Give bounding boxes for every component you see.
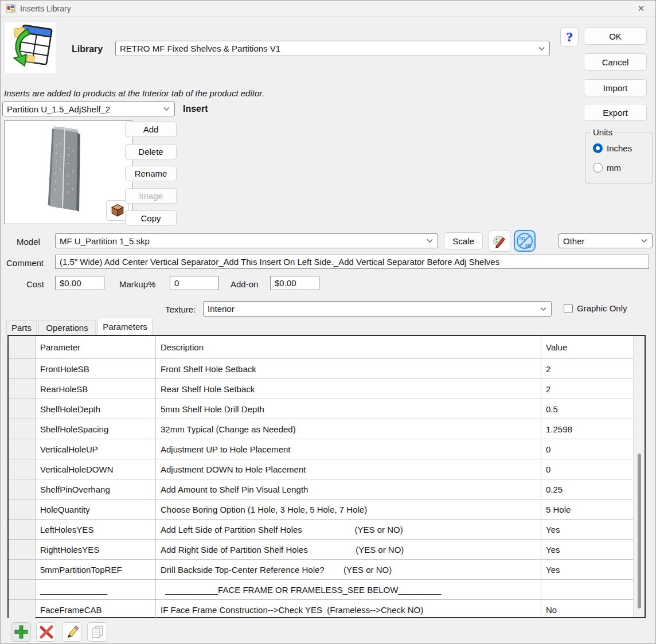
plus-icon	[14, 625, 29, 639]
table-row[interactable]: FaceFrameCAB IF Face Frame Construction-…	[9, 599, 645, 619]
help-button[interactable]: ?	[560, 28, 579, 46]
tab-parameters[interactable]: Parameters	[97, 318, 153, 335]
model-category-value: Other	[563, 236, 585, 246]
svg-text:2D: 2D	[519, 236, 526, 241]
model-select-value: MF U_Partition 1_5.skp	[60, 236, 150, 246]
addon-input-value: $0.00	[275, 278, 296, 288]
table-row[interactable]: RightHolesYES Add Right Side of Partitio…	[9, 539, 645, 559]
parameter-header: Parameter	[35, 336, 155, 358]
insert-preview	[4, 120, 132, 224]
radio-unselected-icon	[593, 163, 603, 173]
units-groupbox: Units Inches mm	[585, 132, 653, 184]
chevron-down-icon	[540, 307, 546, 311]
copy-insert-button[interactable]: Copy	[125, 210, 177, 226]
ok-button[interactable]: OK	[584, 28, 647, 45]
addon-input[interactable]: $0.00	[270, 276, 319, 290]
graphic-only-label: Graphic Only	[577, 303, 627, 313]
texture-select[interactable]: Interior	[203, 301, 552, 317]
cost-input-value: $0.00	[60, 278, 81, 288]
graphic-only-checkbox[interactable]: Graphic Only	[564, 303, 627, 313]
texture-select-value: Interior	[208, 304, 235, 314]
table-row[interactable]: RearHoleSB Rear Shelf Hole Setback 2	[9, 378, 645, 399]
table-row[interactable]: ______________ ___________FACE FRAME OR …	[9, 579, 645, 599]
image-insert-button: Image	[125, 188, 177, 204]
insert-select-value: Partition U_1.5_AdjShelf_2	[7, 104, 110, 114]
table-row[interactable]: HoleQuantity Choose Boring Option (1 Hol…	[9, 499, 645, 519]
units-mm-label: mm	[607, 163, 621, 173]
table-row[interactable]: ShelfPinOverhang Add Amount to Shelf Pin…	[9, 479, 645, 499]
insert-select[interactable]: Partition U_1.5_AdjShelf_2	[2, 102, 175, 116]
units-inches-label: Inches	[607, 143, 632, 153]
add-insert-button[interactable]: Add	[125, 122, 177, 137]
table-scrollbar[interactable]	[633, 336, 645, 617]
cost-input[interactable]: $0.00	[55, 276, 104, 290]
table-row[interactable]: FrontHoleSB Front Shelf Hole Setback 2	[9, 358, 645, 378]
tab-operations-label: Operations	[46, 323, 88, 333]
library-select[interactable]: RETRO MF Fixed Shelves & Partitions V1	[115, 41, 550, 56]
scrollbar-thumb[interactable]	[638, 454, 641, 608]
units-radio-mm[interactable]: mm	[593, 163, 621, 173]
add-parameter-button[interactable]	[11, 622, 31, 642]
description-header: Description	[155, 336, 541, 358]
model-select[interactable]: MF U_Partition 1_5.skp	[55, 233, 438, 248]
tab-parts[interactable]: Parts	[6, 320, 37, 335]
comment-input-value: (1.5" Wide) Add Center Vertical Separato…	[60, 257, 499, 267]
rename-insert-button[interactable]: Rename	[125, 166, 177, 181]
inserts-library-icon	[5, 22, 56, 73]
library-select-value: RETRO MF Fixed Shelves & Partitions V1	[120, 44, 280, 53]
table-row[interactable]: VerticalHoleUP Adjustment UP to Hole Pla…	[9, 439, 645, 459]
row-selector-header	[9, 336, 35, 358]
tab-operations[interactable]: Operations	[38, 320, 96, 335]
table-row[interactable]: ShelfHoleSpacing 32mm Typical (Change as…	[9, 419, 645, 439]
table-row[interactable]: 5mmPartitionTopREF Drill Backside Top-Ce…	[9, 559, 645, 579]
model-label: Model	[17, 237, 40, 247]
window-form-icon	[6, 3, 15, 13]
cancel-button[interactable]: Cancel	[584, 53, 647, 71]
table-row[interactable]: VerticalHoleDOWN Adjustment DOWN to Hole…	[9, 459, 645, 479]
red-x-icon	[39, 625, 54, 639]
close-button[interactable]: ✕	[631, 1, 651, 17]
tab-parameters-label: Parameters	[103, 322, 147, 331]
texture-paint-button[interactable]	[489, 230, 510, 252]
chevron-down-icon	[641, 239, 647, 243]
toggle-2d-3d-button[interactable]: 2D 3D	[514, 230, 536, 252]
parameters-table: Parameter Description Value FrontHoleSB …	[7, 335, 646, 618]
cube-icon	[110, 203, 125, 218]
import-button[interactable]: Import	[584, 79, 647, 96]
radio-selected-icon	[593, 143, 603, 153]
duplicate-parameter-button[interactable]	[87, 622, 107, 642]
markup-label: Markup%	[119, 279, 155, 289]
copy-pages-icon	[90, 625, 105, 639]
chevron-down-icon	[427, 239, 433, 243]
table-row[interactable]: LeftHolesYES Add Left Side of Partition …	[9, 519, 645, 539]
edit-parameter-button[interactable]	[62, 622, 82, 642]
title-bar: Inserts Library	[1, 1, 655, 17]
addon-label: Add-on	[231, 279, 258, 289]
comment-label: Comment	[6, 258, 44, 268]
delete-parameter-button[interactable]	[36, 622, 56, 642]
markup-input[interactable]: 0	[170, 276, 219, 290]
window-title: Inserts Library	[20, 4, 71, 13]
inserts-note: Inserts are added to products at the Int…	[4, 88, 264, 98]
texture-label: Texture:	[165, 305, 196, 314]
pencil-icon	[65, 625, 79, 639]
markup-input-value: 0	[174, 278, 179, 288]
chevron-down-icon	[163, 107, 170, 111]
model-category-select[interactable]: Other	[559, 233, 653, 248]
palette-pencil-icon	[491, 233, 507, 249]
insert-label: Insert	[183, 104, 208, 114]
comment-input[interactable]: (1.5" Wide) Add Center Vertical Separato…	[55, 255, 649, 269]
scale-button[interactable]: Scale	[444, 232, 483, 249]
2d-3d-icon: 2D 3D	[515, 231, 534, 251]
cost-label: Cost	[26, 279, 44, 289]
svg-text:3D: 3D	[525, 243, 532, 249]
library-label: Library	[72, 44, 103, 54]
delete-insert-button[interactable]: Delete	[125, 144, 177, 159]
units-radio-inches[interactable]: Inches	[593, 143, 632, 153]
table-row[interactable]: ShelfHoleDepth 5mm Shelf Hole Drill Dept…	[9, 399, 645, 419]
export-button[interactable]: Export	[584, 104, 647, 121]
checkbox-unchecked-icon	[564, 304, 573, 313]
table-header-row: Parameter Description Value	[9, 336, 645, 358]
value-header: Value	[541, 336, 633, 358]
chevron-down-icon	[538, 46, 545, 50]
